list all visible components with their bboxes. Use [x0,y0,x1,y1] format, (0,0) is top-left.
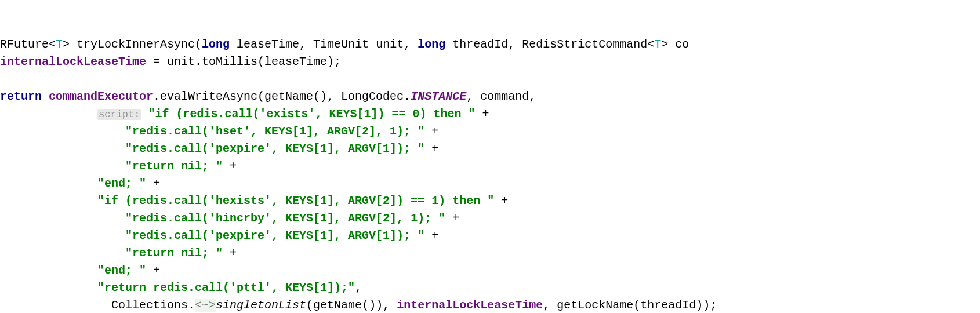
code-text: + [146,264,160,277]
code-text: RFuture< [0,38,56,51]
code-text: = unit.toMillis(leaseTime); [146,55,341,68]
code-text: , getLockName(threadId)); [543,299,717,312]
code-text: + [223,159,237,173]
field-ref: internalLockLeaseTime [0,55,146,68]
code-text: + [146,177,160,190]
code-text: + [445,212,459,225]
keyword: long [418,38,445,51]
code-line [0,71,980,88]
code-text: Collections. [111,299,195,312]
code-text: , command, [466,90,536,103]
code-line: "if (redis.call('hexists', KEYS[1], ARGV… [0,192,980,210]
code-text: + [424,142,438,155]
string-literal: "if (redis.call('exists', KEYS[1]) == 0)… [148,107,475,121]
string-literal: "redis.call('pexpire', KEYS[1], ARGV[1])… [125,142,424,155]
code-line: "return nil; " + [0,245,980,262]
code-line: script: "if (redis.call('exists', KEYS[1… [0,105,980,123]
generic-hint: <~> [195,299,216,312]
field-ref: commandExecutor [49,90,153,103]
code-text: > tryLockInnerAsync( [63,38,202,51]
string-literal: "return redis.call('pttl', KEYS[1]);" [97,281,355,294]
keyword: return [0,90,49,103]
code-text: leaseTime, TimeUnit unit, [230,38,418,51]
code-line: "end; " + [0,175,980,192]
code-text: > co [661,38,689,51]
string-literal: "return nil; " [125,246,223,260]
code-line: RFuture<T> tryLockInnerAsync(long leaseT… [0,36,980,53]
code-text: threadId, RedisStrictCommand< [445,38,654,51]
string-literal: "return nil; " [125,159,223,173]
code-line: return commandExecutor.evalWriteAsync(ge… [0,88,980,105]
generic-type: T [56,38,63,51]
code-text: + [223,246,237,260]
code-line: "return nil; " + [0,158,980,175]
static-field: INSTANCE [411,90,466,103]
code-line: "redis.call('pexpire', KEYS[1], ARGV[1])… [0,227,980,245]
code-line: "return redis.call('pttl', KEYS[1]);", [0,279,980,297]
string-literal: "end; " [97,264,146,277]
string-literal: "redis.call('hincrby', KEYS[1], ARGV[2],… [125,212,445,225]
field-ref: internalLockLeaseTime [397,299,543,312]
code-text: , [355,281,362,294]
code-text: .evalWriteAsync(getName(), LongCodec. [153,90,411,103]
string-literal: "redis.call('pexpire', KEYS[1], ARGV[1])… [125,229,424,242]
code-line: "redis.call('hset', KEYS[1], ARGV[2], 1)… [0,123,980,140]
string-literal: "redis.call('hset', KEYS[1], ARGV[2], 1)… [125,125,424,138]
generic-type: T [654,38,661,51]
code-text: + [476,107,489,121]
code-line: "redis.call('pexpire', KEYS[1], ARGV[1])… [0,140,980,158]
static-method: singletonList [216,299,306,312]
code-line: "redis.call('hincrby', KEYS[1], ARGV[2],… [0,210,980,227]
code-text: + [424,229,438,242]
code-line: internalLockLeaseTime = unit.toMillis(le… [0,53,980,71]
code-text: (getName()), [306,299,397,312]
code-text: + [494,194,508,208]
string-literal: "end; " [97,177,146,190]
code-editor[interactable]: RFuture<T> tryLockInnerAsync(long leaseT… [0,36,980,313]
code-line: Collections.<~>singletonList(getName()),… [0,297,980,313]
param-hint: script: [97,109,141,120]
code-line: "end; " + [0,262,980,279]
keyword: long [202,38,230,51]
code-text: + [424,125,438,138]
string-literal: "if (redis.call('hexists', KEYS[1], ARGV… [97,194,494,208]
